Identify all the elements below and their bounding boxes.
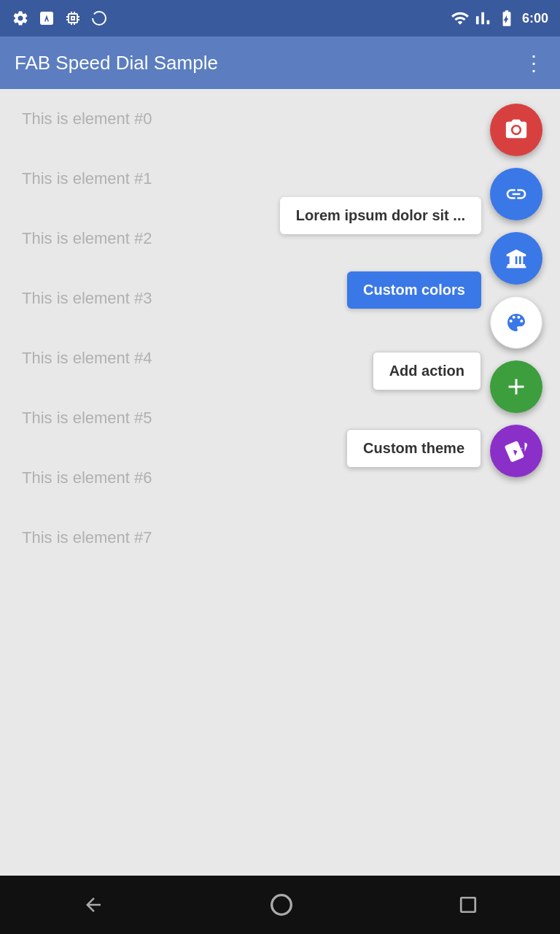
cards-icon	[504, 439, 529, 463]
overflow-menu-icon[interactable]: ⋮	[524, 51, 545, 75]
custom-theme-label: Custom theme	[363, 440, 464, 456]
app-bar: FAB Speed Dial Sample ⋮	[0, 36, 560, 89]
back-icon	[82, 894, 104, 916]
fab-camera-button[interactable]	[490, 104, 542, 156]
fab-speed-dial	[490, 89, 542, 477]
svg-rect-3	[461, 898, 475, 912]
svg-point-0	[93, 12, 106, 25]
wifi-icon	[451, 9, 470, 28]
font-icon	[38, 9, 55, 27]
fab-bank-button[interactable]	[490, 232, 542, 285]
recents-button[interactable]	[459, 895, 478, 914]
camera-icon	[504, 117, 529, 142]
fab-add-button[interactable]	[490, 360, 542, 413]
svg-marker-1	[507, 250, 526, 255]
svg-point-2	[272, 895, 292, 915]
list-item: This is element #0	[0, 89, 560, 149]
home-icon	[270, 893, 293, 916]
memory-icon	[64, 9, 82, 27]
lorem-label-text: Lorem ipsum dolor sit ...	[296, 207, 465, 223]
navigation-bar	[0, 876, 560, 934]
list-item: This is element #7	[0, 508, 560, 568]
recents-icon	[459, 895, 478, 914]
back-button[interactable]	[82, 894, 104, 916]
fab-theme-button[interactable]	[490, 425, 542, 477]
link-icon	[505, 182, 528, 206]
battery-icon	[497, 9, 516, 28]
bank-icon	[505, 247, 528, 270]
add-icon	[503, 374, 529, 400]
add-action-label: Add action	[389, 363, 464, 379]
add-action-button[interactable]: Add action	[373, 352, 481, 390]
settings-icon	[12, 9, 29, 27]
custom-colors-label: Custom colors	[363, 282, 465, 298]
status-bar: 6:00	[0, 0, 560, 36]
main-content: This is element #0 This is element #1 Th…	[0, 89, 560, 876]
custom-colors-button[interactable]: Custom colors	[347, 271, 481, 309]
fab-link-button[interactable]	[490, 168, 542, 220]
loading-icon	[90, 9, 108, 27]
app-bar-title: FAB Speed Dial Sample	[15, 52, 218, 74]
status-bar-icons	[12, 9, 108, 27]
status-bar-right: 6:00	[451, 9, 548, 28]
status-time: 6:00	[522, 11, 548, 26]
lorem-label-button[interactable]: Lorem ipsum dolor sit ...	[280, 197, 481, 234]
fab-palette-button[interactable]	[490, 296, 542, 349]
signal-icon	[475, 10, 491, 26]
palette-icon	[505, 311, 528, 334]
home-button[interactable]	[270, 893, 293, 916]
custom-theme-button[interactable]: Custom theme	[346, 429, 481, 468]
